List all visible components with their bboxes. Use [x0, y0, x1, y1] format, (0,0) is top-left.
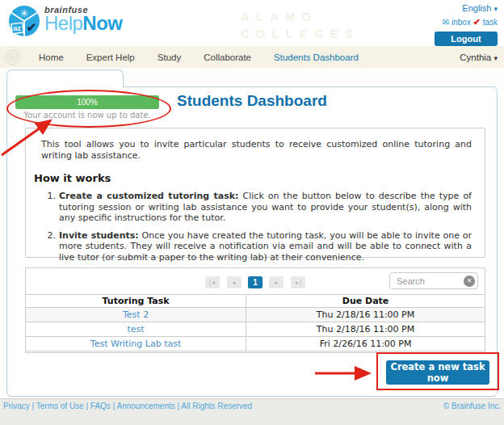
table-row: Test 2 Thu 2/18/16 11:00 PM	[26, 308, 485, 322]
footer-separator: |	[84, 402, 90, 410]
progress-percent: 100%	[77, 98, 98, 107]
progress-bar: 100%	[15, 95, 159, 109]
dashboard-tab[interactable]	[6, 69, 124, 88]
table-body: Test 2 Thu 2/18/16 11:00 PM test Thu 2/1…	[26, 308, 485, 351]
nav-item-students-dashboard[interactable]: Students Dashboard	[274, 53, 359, 62]
search-box: ✕	[389, 272, 478, 289]
brand-text: brainfuse HelpNow	[44, 5, 123, 32]
nav-item[interactable]: Collaborate	[204, 53, 251, 62]
language-dropdown[interactable]: English ▾	[435, 3, 498, 13]
column-header-due-date: Due Date	[246, 295, 485, 308]
nav-items: HomeExpert HelpStudyCollaborate	[0, 53, 251, 62]
footer-link[interactable]: Terms of Use	[36, 402, 84, 410]
tutoring-task-link[interactable]: Test 2	[123, 309, 149, 320]
task-check-icon: ✔	[473, 17, 481, 27]
step-number: 2.	[45, 230, 59, 263]
svg-text:✔: ✔	[27, 20, 37, 34]
helpnow-logo-icon: ✳ az ✔	[8, 5, 40, 37]
svg-text:✳: ✳	[20, 7, 29, 19]
footer-link[interactable]: FAQs	[90, 402, 111, 410]
inbox-task-links: ✉ inbox ✔ task	[435, 17, 498, 27]
copyright-text: © Brainfuse Inc.	[443, 402, 501, 410]
chevron-down-icon: ▾	[494, 54, 498, 62]
progress-message: Your account is now up to date.	[15, 111, 159, 120]
inbox-link[interactable]: inbox	[452, 18, 471, 27]
header: ✳ az ✔ brainfuse HelpNow ALAMO COLLEGES …	[0, 0, 504, 46]
tutoring-task-link[interactable]: test	[128, 324, 145, 335]
table-header-row: Tutoring Task Due Date	[26, 295, 485, 308]
column-header-tutoring-task: Tutoring Task	[26, 295, 246, 308]
chevron-down-icon: ▾	[494, 5, 498, 13]
footer-links: Privacy | Terms of Use | FAQs | Announce…	[3, 402, 252, 410]
nav-item[interactable]: Expert Help	[86, 53, 135, 62]
institution-watermark: ALAMO COLLEGES	[241, 8, 359, 42]
list-item: 2. Invite students: Once you have create…	[45, 230, 472, 263]
description-box: This tool allows you to invite particula…	[25, 128, 485, 258]
tasks-table-box: |◄ ◄ 1 ► ►| ✕ Tutoring Task	[25, 267, 485, 353]
pager-last-button[interactable]: ►|	[291, 276, 305, 288]
account-progress: 100% Your account is now up to date.	[15, 95, 159, 120]
nav-item[interactable]: Study	[158, 53, 181, 62]
pager-next-button[interactable]: ►	[269, 276, 284, 288]
inbox-envelope-icon: ✉	[443, 18, 449, 27]
intro-text: This tool allows you to invite particula…	[34, 139, 472, 162]
footer-link[interactable]: All Rights Reserved	[181, 402, 252, 410]
due-date-cell: Fri 2/26/16 11:00 PM	[246, 337, 485, 351]
dashboard-panel: 100% Your account is now up to date. Stu…	[6, 86, 498, 397]
step-number: 1.	[45, 191, 59, 224]
pager-row: |◄ ◄ 1 ► ►| ✕	[26, 268, 485, 294]
main-content: 100% Your account is now up to date. Stu…	[0, 68, 504, 398]
header-actions: English ▾ ✉ inbox ✔ task Logout	[435, 3, 498, 46]
create-task-button[interactable]: Create a new task now	[386, 360, 489, 385]
footer: Privacy | Terms of Use | FAQs | Announce…	[0, 398, 504, 425]
task-link[interactable]: task	[483, 18, 498, 27]
list-item: 1. Create a customized tutoring task: Cl…	[45, 191, 472, 224]
page-title: Students Dashboard	[177, 92, 327, 110]
page: ✳ az ✔ brainfuse HelpNow ALAMO COLLEGES …	[0, 0, 504, 425]
search-input[interactable]	[390, 273, 461, 288]
user-menu[interactable]: Cynthia ▾	[460, 53, 498, 62]
pager-current-page[interactable]: 1	[248, 276, 262, 288]
footer-separator: |	[30, 402, 36, 410]
pager-first-button[interactable]: |◄	[205, 276, 220, 288]
brainfuse-logo: ✳ az ✔ brainfuse HelpNow	[8, 5, 123, 37]
footer-link[interactable]: Announcements	[116, 402, 174, 410]
nav-item[interactable]: Home	[39, 53, 64, 62]
table-row: test Thu 2/18/16 11:00 PM	[26, 322, 485, 337]
brand-main-label: HelpNow	[44, 15, 123, 32]
due-date-cell: Thu 2/18/16 11:00 PM	[246, 308, 485, 322]
logout-button[interactable]: Logout	[435, 32, 498, 46]
how-it-works-heading: How it works	[34, 172, 472, 184]
fingerprint-watermark-icon	[4, 48, 22, 66]
due-date-cell: Thu 2/18/16 11:00 PM	[246, 322, 485, 337]
main-nav: HomeExpert HelpStudyCollaborate Students…	[0, 46, 504, 68]
tutoring-task-link[interactable]: Test Writing Lab tast	[90, 339, 181, 349]
clear-search-icon[interactable]: ✕	[464, 276, 475, 287]
svg-text:az: az	[13, 24, 21, 32]
table-row: Test Writing Lab tast Fri 2/26/16 11:00 …	[26, 337, 485, 351]
pager-prev-button[interactable]: ◄	[227, 276, 242, 288]
tasks-table: Tutoring Task Due Date Test 2 Thu 2/18/1…	[26, 294, 485, 351]
footer-link[interactable]: Privacy	[3, 402, 30, 410]
